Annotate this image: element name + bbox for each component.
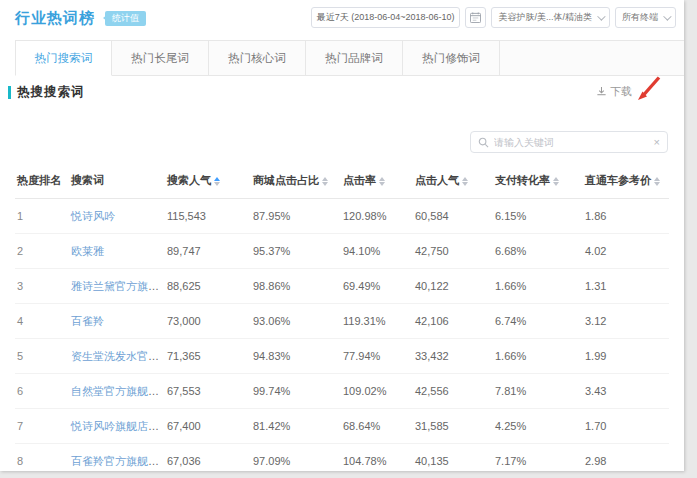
click-popularity-cell: 31,585 <box>413 409 493 444</box>
col-header-keyword: 搜索词 <box>69 165 165 199</box>
click-popularity-cell: 42,556 <box>413 374 493 409</box>
click-rate-cell: 69.49% <box>341 269 413 304</box>
pay-conversion-cell: 1.66% <box>493 339 583 374</box>
download-button[interactable]: 下载 <box>596 84 632 99</box>
click-rate-cell: 77.94% <box>341 339 413 374</box>
tab-bar: 热门搜索词 热门长尾词 热门核心词 热门品牌词 热门修饰词 <box>15 40 684 76</box>
category-select[interactable]: 美容护肤/美...体/精油类 <box>491 7 610 28</box>
table-row: 1 悦诗风吟 115,543 87.95% 120.98% 60,584 6.1… <box>15 199 669 234</box>
search-popularity-cell: 67,400 <box>165 409 251 444</box>
keyword-link[interactable]: 百雀羚 <box>71 315 104 327</box>
search-popularity-cell: 67,036 <box>165 444 251 478</box>
hot-words-table: 热度排名 搜索词 搜索人气 商城点击占比 点击率 点击人气 支付转化率 直通车参… <box>15 165 669 478</box>
clear-icon[interactable]: × <box>654 137 660 148</box>
keyword-cell: 资生堂洗发水官方旗舰 <box>69 339 165 374</box>
keyword-link[interactable]: 百雀羚官方旗舰店官网 <box>71 455 165 467</box>
tab-hot-search-words[interactable]: 热门搜索词 <box>15 41 112 76</box>
sort-caret-icon[interactable] <box>322 177 328 186</box>
rank-cell: 3 <box>15 269 69 304</box>
ztc-ref-price-cell: 2.98 <box>583 444 669 478</box>
title-badge: 统计值 <box>105 11 146 26</box>
pay-conversion-cell: 6.68% <box>493 234 583 269</box>
keyword-link[interactable]: 资生堂洗发水官方旗舰 <box>71 350 165 362</box>
sort-caret-icon[interactable] <box>462 177 468 186</box>
keyword-link[interactable]: 欧莱雅 <box>71 245 104 257</box>
section-accent-bar <box>8 86 11 99</box>
section-title: 热搜搜索词 <box>17 84 85 101</box>
col-header-click-popularity: 点击人气 <box>413 165 493 199</box>
table-header-row: 热度排名 搜索词 搜索人气 商城点击占比 点击率 点击人气 支付转化率 直通车参… <box>15 165 669 199</box>
device-select[interactable]: 所有终端 <box>615 7 676 28</box>
sort-caret-icon[interactable] <box>553 177 559 186</box>
search-popularity-cell: 71,365 <box>165 339 251 374</box>
table-body: 1 悦诗风吟 115,543 87.95% 120.98% 60,584 6.1… <box>15 199 669 478</box>
date-range-display[interactable]: 最近7天 (2018-06-04~2018-06-10) <box>311 7 461 28</box>
col-header-click-rate: 点击率 <box>341 165 413 199</box>
pay-conversion-cell: 7.81% <box>493 374 583 409</box>
col-header-rank: 热度排名 <box>15 165 69 199</box>
click-rate-cell: 119.31% <box>341 304 413 339</box>
ztc-ref-price-cell: 1.70 <box>583 409 669 444</box>
chevron-down-icon <box>663 12 671 20</box>
click-rate-cell: 120.98% <box>341 199 413 234</box>
search-input[interactable] <box>494 137 654 148</box>
table-row: 6 自然堂官方旗舰店官.. 67,553 99.74% 109.02% 42,5… <box>15 374 669 409</box>
keyword-link[interactable]: 悦诗风吟旗舰店官网 <box>71 420 165 432</box>
keyword-cell: 悦诗风吟 <box>69 199 165 234</box>
pay-conversion-cell: 7.17% <box>493 444 583 478</box>
col-header-pay-conversion: 支付转化率 <box>493 165 583 199</box>
sort-caret-icon[interactable] <box>379 177 385 186</box>
mall-click-ratio-cell: 95.37% <box>251 234 341 269</box>
search-icon <box>478 137 489 148</box>
col-header-search-popularity: 搜索人气 <box>165 165 251 199</box>
sort-caret-icon[interactable] <box>654 177 660 186</box>
mall-click-ratio-cell: 94.83% <box>251 339 341 374</box>
rank-cell: 7 <box>15 409 69 444</box>
pay-conversion-cell: 6.74% <box>493 304 583 339</box>
device-select-value: 所有终端 <box>622 11 658 24</box>
rank-cell: 6 <box>15 374 69 409</box>
keyword-link[interactable]: 悦诗风吟 <box>71 210 115 222</box>
pay-conversion-cell: 6.15% <box>493 199 583 234</box>
keyword-cell: 欧莱雅 <box>69 234 165 269</box>
rank-cell: 8 <box>15 444 69 478</box>
keyword-link[interactable]: 雅诗兰黛官方旗舰店.. <box>71 280 165 292</box>
col-header-ztc-ref-price: 直通车参考价 <box>583 165 669 199</box>
pay-conversion-cell: 1.66% <box>493 269 583 304</box>
click-rate-cell: 104.78% <box>341 444 413 478</box>
table-row: 7 悦诗风吟旗舰店官网 67,400 81.42% 68.64% 31,585 … <box>15 409 669 444</box>
rank-cell: 1 <box>15 199 69 234</box>
click-popularity-cell: 60,584 <box>413 199 493 234</box>
tab-hot-brand-words[interactable]: 热门品牌词 <box>306 41 403 75</box>
rank-cell: 4 <box>15 304 69 339</box>
keyword-cell: 自然堂官方旗舰店官.. <box>69 374 165 409</box>
tab-hot-core-words[interactable]: 热门核心词 <box>209 41 306 75</box>
keyword-cell: 雅诗兰黛官方旗舰店.. <box>69 269 165 304</box>
ztc-ref-price-cell: 1.99 <box>583 339 669 374</box>
search-popularity-cell: 73,000 <box>165 304 251 339</box>
tab-hot-modifier-words[interactable]: 热门修饰词 <box>403 41 500 75</box>
page-header: 行业热词榜 统计值 <box>15 9 146 28</box>
keyword-cell: 悦诗风吟旗舰店官网 <box>69 409 165 444</box>
tab-hot-longtail-words[interactable]: 热门长尾词 <box>112 41 209 75</box>
rank-cell: 2 <box>15 234 69 269</box>
click-rate-cell: 94.10% <box>341 234 413 269</box>
rank-cell: 5 <box>15 339 69 374</box>
search-popularity-cell: 67,553 <box>165 374 251 409</box>
sort-caret-icon[interactable] <box>214 177 220 186</box>
ztc-ref-price-cell: 3.43 <box>583 374 669 409</box>
click-popularity-cell: 42,106 <box>413 304 493 339</box>
keyword-search-box: × <box>470 131 668 153</box>
mall-click-ratio-cell: 81.42% <box>251 409 341 444</box>
calendar-button[interactable] <box>465 7 486 28</box>
table-row: 4 百雀羚 73,000 93.06% 119.31% 42,106 6.74%… <box>15 304 669 339</box>
click-popularity-cell: 33,432 <box>413 339 493 374</box>
col-header-mall-click-ratio: 商城点击占比 <box>251 165 341 199</box>
keyword-cell: 百雀羚 <box>69 304 165 339</box>
content-card: 行业热词榜 统计值 最近7天 (2018-06-04~2018-06-10) 美… <box>0 0 684 471</box>
date-range-text: 最近7天 (2018-06-04~2018-06-10) <box>317 11 455 24</box>
keyword-link[interactable]: 自然堂官方旗舰店官.. <box>71 385 165 397</box>
ztc-ref-price-cell: 1.31 <box>583 269 669 304</box>
chevron-down-icon <box>597 12 605 20</box>
ztc-ref-price-cell: 4.02 <box>583 234 669 269</box>
